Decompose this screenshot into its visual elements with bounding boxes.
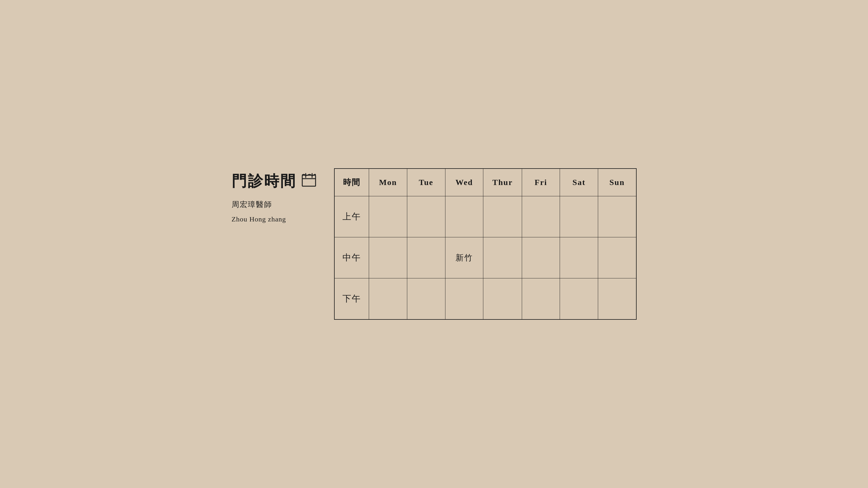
schedule-table: 時間 Mon Tue Wed Thur Fri Sat Sun 上午 — [334, 168, 637, 320]
cell-sat-morning — [560, 196, 598, 237]
main-title: 門診時間 — [232, 171, 297, 191]
page-container: 門診時間 周宏璋醫師 Zhou Hong zhang — [0, 0, 868, 488]
cell-sun-morning — [598, 196, 636, 237]
col-header-wed: Wed — [445, 168, 483, 196]
cell-thur-morning — [483, 196, 522, 237]
time-label-noon: 中午 — [334, 237, 369, 279]
col-header-tue: Tue — [407, 168, 445, 196]
cell-mon-afternoon — [369, 279, 407, 320]
content-wrapper: 門診時間 周宏璋醫師 Zhou Hong zhang — [232, 168, 637, 320]
cell-thur-noon — [483, 237, 522, 279]
time-column-header: 時間 — [334, 168, 369, 196]
doctor-name-zh: 周宏璋醫師 — [232, 199, 317, 209]
cell-tue-morning — [407, 196, 445, 237]
col-header-sun: Sun — [598, 168, 636, 196]
calendar-icon — [301, 172, 317, 190]
col-header-mon: Mon — [369, 168, 407, 196]
cell-sat-noon — [560, 237, 598, 279]
col-header-fri: Fri — [522, 168, 560, 196]
doctor-name-en: Zhou Hong zhang — [232, 216, 317, 223]
col-header-thur: Thur — [483, 168, 522, 196]
title-row: 門診時間 — [232, 171, 317, 191]
table-row-afternoon: 下午 — [334, 279, 636, 320]
cell-mon-morning — [369, 196, 407, 237]
table-row-morning: 上午 — [334, 196, 636, 237]
cell-sat-afternoon — [560, 279, 598, 320]
cell-sun-noon — [598, 237, 636, 279]
cell-tue-noon — [407, 237, 445, 279]
cell-fri-noon — [522, 237, 560, 279]
left-panel: 門診時間 周宏璋醫師 Zhou Hong zhang — [232, 168, 317, 223]
col-header-sat: Sat — [560, 168, 598, 196]
table-header-row: 時間 Mon Tue Wed Thur Fri Sat Sun — [334, 168, 636, 196]
cell-fri-morning — [522, 196, 560, 237]
cell-tue-afternoon — [407, 279, 445, 320]
cell-wed-morning — [445, 196, 483, 237]
table-row-noon: 中午 新竹 — [334, 237, 636, 279]
cell-sun-afternoon — [598, 279, 636, 320]
time-label-morning: 上午 — [334, 196, 369, 237]
time-label-afternoon: 下午 — [334, 279, 369, 320]
cell-wed-afternoon — [445, 279, 483, 320]
cell-mon-noon — [369, 237, 407, 279]
cell-thur-afternoon — [483, 279, 522, 320]
cell-fri-afternoon — [522, 279, 560, 320]
cell-wed-noon: 新竹 — [445, 237, 483, 279]
svg-rect-0 — [302, 175, 315, 186]
